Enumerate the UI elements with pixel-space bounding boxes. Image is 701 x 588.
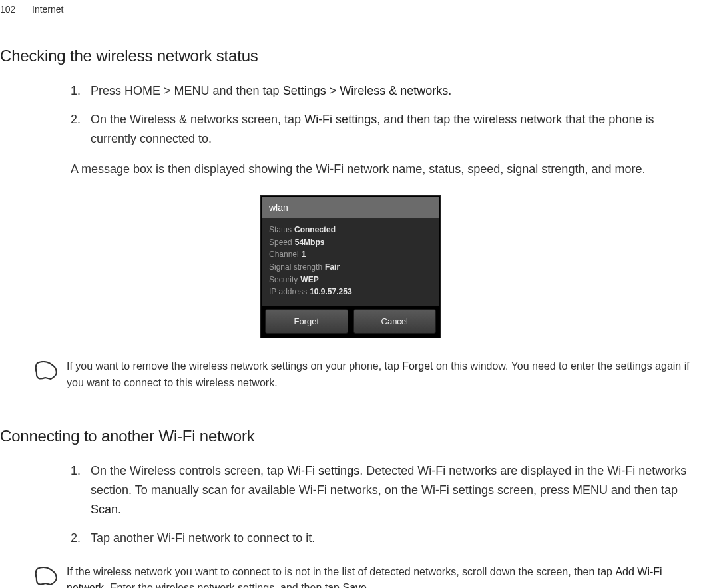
step-number: 1.	[71, 81, 81, 101]
step-number: 2.	[71, 529, 81, 548]
steps-checking-status: 1. Press HOME > MENU and then tap Settin…	[0, 81, 701, 148]
dialog-row-ip: IP address10.9.57.253	[269, 286, 432, 298]
dialog-row-security: SecurityWEP	[269, 274, 432, 286]
tip-text: If you want to remove the wireless netwo…	[67, 358, 693, 392]
dialog-value: Fair	[325, 262, 340, 272]
cancel-button[interactable]: Cancel	[353, 309, 437, 334]
heading-connecting-another-wifi: Connecting to another Wi-Fi network	[0, 427, 701, 445]
step-item: 1. On the Wireless controls screen, tap …	[71, 461, 701, 519]
dialog-body: StatusConnected Speed54Mbps Channel1 Sig…	[262, 218, 439, 306]
step-number: 1.	[71, 461, 81, 481]
paragraph-message-box-info: A message box is then displayed showing …	[0, 160, 701, 179]
dialog-buttons: Forget Cancel	[262, 306, 439, 336]
dialog-label: Signal strength	[269, 262, 322, 272]
dialog-label: Speed	[269, 238, 292, 247]
step-text-bold: Wi-Fi settings	[304, 113, 377, 126]
tip-post: .	[367, 582, 369, 588]
step-text-pre: Press HOME > MENU and then tap	[91, 84, 283, 97]
step-item: 2. Tap another Wi-Fi network to connect …	[71, 529, 701, 548]
tip-bold: Forget	[402, 360, 433, 372]
dialog-value: 10.9.57.253	[310, 287, 351, 296]
tip-pre: If you want to remove the wireless netwo…	[67, 360, 402, 372]
step-text-bold: Wi-Fi settings	[287, 464, 359, 477]
steps-connecting-another: 1. On the Wireless controls screen, tap …	[0, 461, 701, 547]
tip-forget-network: If you want to remove the wireless netwo…	[0, 354, 701, 396]
tip-bold: Save	[342, 582, 366, 588]
step-text-post: .	[448, 84, 451, 97]
dialog-label: Channel	[269, 250, 299, 259]
dialog-label: Status	[269, 225, 292, 234]
tip-pre: If the wireless network you want to conn…	[67, 566, 615, 577]
step-item: 2. On the Wireless & networks screen, ta…	[71, 110, 701, 148]
tip-text: If the wireless network you want to conn…	[67, 564, 693, 588]
page-number: 102	[0, 4, 16, 15]
dialog-value: 54Mbps	[295, 238, 325, 247]
step-text-pre: On the Wireless & networks screen, tap	[91, 113, 304, 126]
dialog-value: 1	[302, 250, 306, 259]
heading-checking-wireless-status: Checking the wireless network status	[0, 47, 701, 65]
step-text-bold: Scan	[91, 503, 118, 516]
dialog-label: IP address	[269, 287, 307, 296]
dialog-value: WEP	[300, 275, 318, 284]
step-item: 1. Press HOME > MENU and then tap Settin…	[71, 81, 701, 101]
dialog-row-speed: Speed54Mbps	[269, 236, 432, 249]
dialog-label: Security	[269, 275, 298, 284]
dialog-row-status: StatusConnected	[269, 224, 432, 236]
dialog-row-signal: Signal strengthFair	[269, 261, 432, 274]
step-text-pre: On the Wireless controls screen, tap	[91, 464, 287, 477]
tip-icon	[35, 567, 57, 588]
tip-mid: . Enter the wireless network settings, a…	[104, 582, 342, 588]
header-section: Internet	[32, 4, 63, 15]
dialog-row-channel: Channel1	[269, 248, 432, 261]
step-text-bold: Settings > Wireless & networks	[283, 84, 449, 97]
tip-icon	[35, 361, 57, 382]
step-text-post: .	[118, 503, 121, 516]
tip-add-wifi-network: If the wireless network you want to conn…	[0, 560, 701, 588]
step-text-pre: Tap another Wi-Fi network to connect to …	[91, 531, 315, 545]
step-number: 2.	[71, 110, 81, 129]
page-header: 102 Internet	[0, 0, 701, 15]
dialog-value: Connected	[294, 225, 336, 234]
dialog-title: wlan	[262, 197, 439, 218]
wlan-dialog: wlan StatusConnected Speed54Mbps Channel…	[260, 195, 441, 338]
forget-button[interactable]: Forget	[265, 309, 348, 334]
screenshot-container: wlan StatusConnected Speed54Mbps Channel…	[0, 195, 701, 338]
